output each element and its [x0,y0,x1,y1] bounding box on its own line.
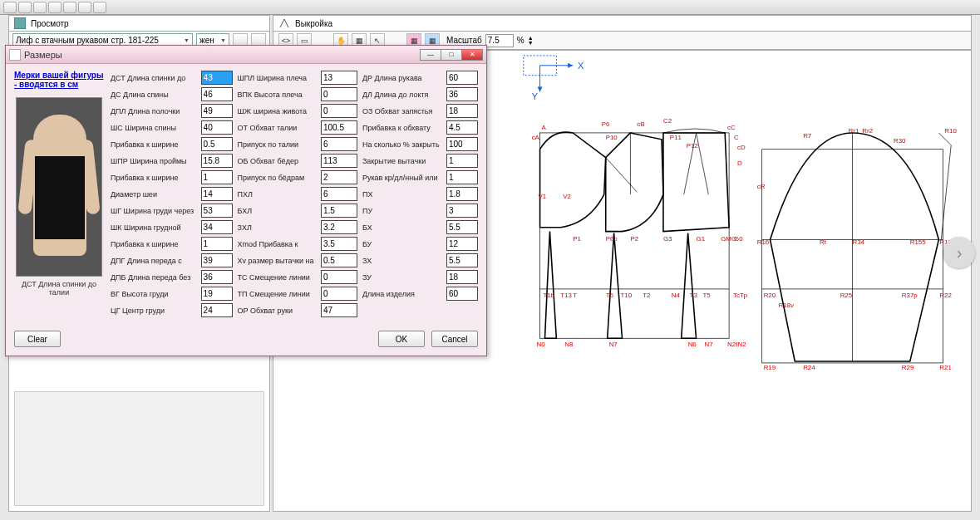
measure-input[interactable] [321,204,357,218]
measure-input[interactable] [201,170,233,184]
svg-text:R30: R30 [894,137,906,145]
measure-input[interactable] [321,120,357,135]
measure-input[interactable] [201,87,233,101]
toolbar-button[interactable] [93,2,106,13]
measure-label: БХ [362,223,441,232]
measure-label: ПХЛ [238,190,316,199]
measure-label: ШГ Ширина груди через [111,207,196,215]
measure-input[interactable] [321,87,357,101]
measure-label: Закрытие вытачки [362,157,441,165]
chevron-down-icon: ▼ [184,37,190,43]
measure-input[interactable] [321,170,357,184]
svg-text:C2: C2 [663,117,672,125]
measure-input[interactable] [201,303,233,317]
measure-input[interactable] [321,154,357,168]
svg-text:G0: G0 [734,236,743,243]
measure-input[interactable] [446,237,478,251]
help-link[interactable]: Мерки вашей фигуры - вводятся в см [14,71,104,89]
toolbar-button[interactable] [63,2,76,13]
measure-input[interactable] [321,187,357,201]
measure-input[interactable] [321,237,357,251]
measure-input[interactable] [201,237,233,251]
next-button[interactable]: › [943,237,975,268]
svg-text:T10: T10 [621,292,633,299]
model-select-value: Лиф с втачным рукавом стр. 181-225 [16,36,159,45]
measure-input[interactable] [446,71,478,85]
svg-text:T2: T2 [643,292,650,299]
minimize-button[interactable]: — [420,49,441,61]
measure-input[interactable] [321,137,357,151]
measure-input[interactable] [446,137,478,151]
measure-input[interactable] [201,154,233,168]
scale-spinner-icon[interactable]: ▲▼ [528,36,534,46]
measure-input[interactable] [321,104,357,118]
measure-input[interactable] [201,220,233,234]
scale-unit: % [517,36,524,45]
measure-input[interactable] [446,170,478,184]
measure-input[interactable] [321,220,357,234]
dialog-titlebar[interactable]: Размеры — □ ✕ [6,46,486,64]
measure-input[interactable] [201,270,233,284]
measure-input[interactable] [201,287,233,301]
svg-text:P6: P6 [602,120,610,128]
measure-label: Рукав кр/дл/нный или [362,174,441,182]
svg-text:R18v: R18v [778,302,794,309]
measure-input[interactable] [201,253,233,267]
measure-input[interactable] [321,270,357,284]
measure-input[interactable] [321,71,357,85]
preview-thumb-area [14,391,264,506]
svg-text:D: D [737,159,742,167]
measure-input[interactable] [201,71,233,85]
scale-input[interactable] [485,34,514,47]
measure-input[interactable] [446,104,478,118]
measure-input[interactable] [201,187,233,201]
measure-input[interactable] [446,154,478,168]
measure-input[interactable] [321,303,357,317]
svg-text:P12: P12 [687,142,698,150]
measure-input[interactable] [446,87,478,101]
svg-text:TcTp: TcTp [733,292,748,299]
svg-text:R16: R16 [757,238,770,246]
measure-label: ЗУ [362,273,441,282]
toolbar-button[interactable] [33,2,47,13]
measure-label: ДС Длина спины [111,91,196,99]
measure-input[interactable] [446,120,478,135]
svg-text:R21: R21 [939,364,952,371]
svg-text:P2: P2 [630,236,638,243]
measure-label: Прибавка к ширине [111,174,196,182]
measure-input[interactable] [321,253,357,267]
ok-button[interactable]: OK [378,331,425,347]
gender-select-value: жен [199,36,214,45]
svg-text:G1: G1 [697,236,706,243]
measure-input[interactable] [321,287,357,301]
measure-label: ОТ Обхват талии [238,124,316,132]
measure-input[interactable] [446,253,478,267]
svg-text:cR: cR [757,183,766,190]
measure-label: ШС Ширина спины [111,124,196,132]
measure-input[interactable] [446,204,478,218]
measure-input[interactable] [446,187,478,201]
clear-button[interactable]: Clear [14,331,61,347]
scale-label: Масштаб [446,36,482,45]
toolbar-button[interactable] [18,2,32,13]
svg-text:R22: R22 [939,292,952,299]
measure-input[interactable] [446,220,478,234]
measure-input[interactable] [446,270,478,284]
measure-input[interactable] [201,204,233,218]
measure-input[interactable] [201,120,233,135]
measure-label: ДПБ Длина переда без [111,273,196,282]
measure-input[interactable] [446,287,478,301]
measure-input[interactable] [201,137,233,151]
measure-label: На сколько % закрыть [362,140,441,149]
close-button[interactable]: ✕ [461,49,483,61]
svg-text:R34: R34 [853,238,865,246]
toolbar-button[interactable] [48,2,62,13]
toolbar-button[interactable] [3,2,17,13]
measure-label: ДЛ Длина до локтя [362,91,441,99]
chevron-down-icon: ▼ [220,37,226,43]
measure-label: Припуск по талии [238,140,316,149]
cancel-button[interactable]: Cancel [431,331,478,347]
maximize-button[interactable]: □ [441,49,462,61]
toolbar-button[interactable] [78,2,91,13]
measure-input[interactable] [201,104,233,118]
